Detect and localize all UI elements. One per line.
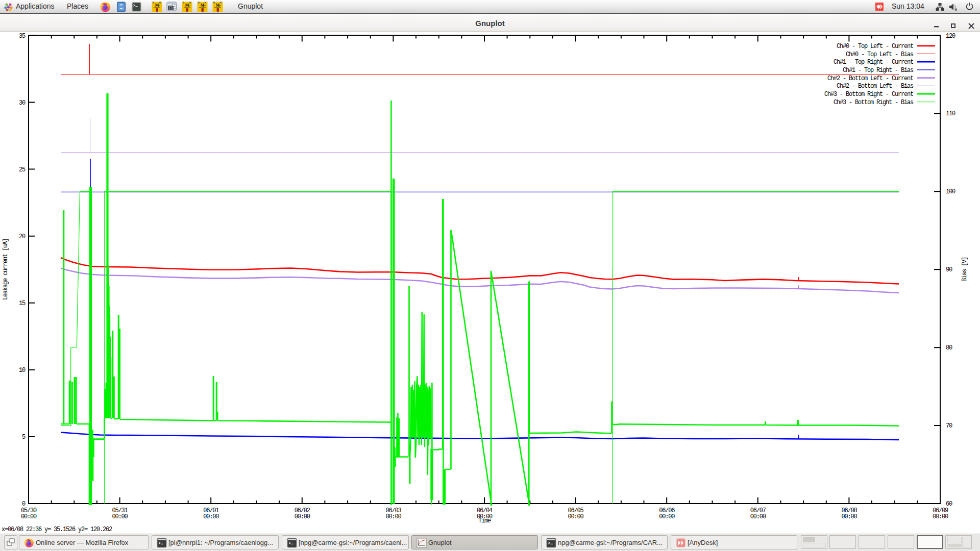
svg-text:Ch#3 - Bottom Right - Current: Ch#3 - Bottom Right - Current [824,91,913,98]
svg-text:20: 20 [19,233,26,240]
svg-text:00:00: 00:00 [659,513,675,520]
svg-text:80: 80 [946,344,952,352]
svg-text:100: 100 [946,188,955,195]
svg-text:120: 120 [946,33,955,40]
svg-text:Ch#0 - Top Left - Current: Ch#0 - Top Left - Current [837,43,913,50]
svg-text:00:00: 00:00 [295,513,310,520]
svg-text:Ch#3 - Bottom Right - Bias: Ch#3 - Bottom Right - Bias [834,99,914,106]
svg-text:idas: idas [187,4,190,7]
svg-text:Ch#1 - Top Right - Bias: Ch#1 - Top Right - Bias [843,67,914,74]
svg-text:90: 90 [946,266,952,273]
svg-text:Bias [V]: Bias [V] [961,257,968,282]
svg-text:60: 60 [946,500,952,508]
svg-text:Ch#0 - Top Left - Bias: Ch#0 - Top Left - Bias [846,51,914,58]
svg-text:00:00: 00:00 [568,513,584,520]
svg-text:idas: idas [157,4,160,7]
svg-text:5: 5 [22,434,26,441]
svg-text:70: 70 [946,422,952,430]
svg-text:idas: idas [202,4,206,7]
svg-text:Time: Time [478,517,491,524]
svg-text:110: 110 [946,110,955,117]
svg-text:00:00: 00:00 [841,513,857,520]
svg-text:00:00: 00:00 [21,513,37,520]
svg-text:00:00: 00:00 [933,513,948,520]
svg-text:Ch#1 - Top Right - Current: Ch#1 - Top Right - Current [834,59,913,66]
svg-text:Leakage current [uA]: Leakage current [uA] [2,239,9,300]
svg-text:25: 25 [19,166,26,173]
svg-text:00:00: 00:00 [385,513,401,520]
svg-text:00:00: 00:00 [203,513,219,520]
svg-text:35: 35 [19,33,26,40]
svg-text:idas: idas [217,4,221,7]
svg-text:0: 0 [22,500,26,508]
svg-text:Ch#2 - Bottom Left - Bias: Ch#2 - Bottom Left - Bias [837,83,914,90]
svg-text:00:00: 00:00 [750,513,766,520]
svg-text:x=06/08 22:36 y= 35.1526 y2= 1: x=06/08 22:36 y= 35.1526 y2= 120.262 [2,526,112,533]
svg-text:15: 15 [19,300,26,307]
svg-text:30: 30 [19,99,26,107]
svg-text:00:00: 00:00 [112,513,128,520]
svg-text:10: 10 [19,367,26,374]
svg-text:Ch#2 - Bottom Left - Current: Ch#2 - Bottom Left - Current [827,75,913,82]
